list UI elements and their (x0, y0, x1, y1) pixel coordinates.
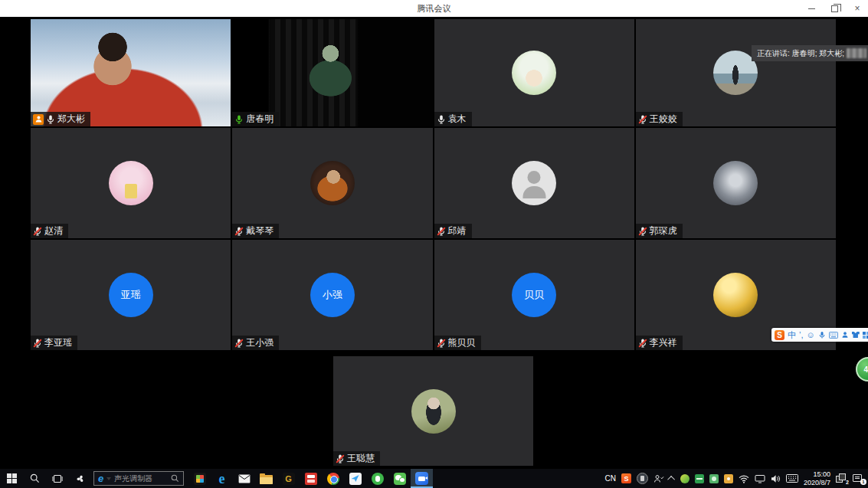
pinned-apps: e G (188, 469, 433, 488)
hidden-icons-chevron[interactable] (667, 476, 675, 483)
participant-nametag: 袁木 (434, 112, 472, 126)
volume-icon[interactable] (771, 474, 781, 483)
sogou-tray-icon[interactable]: S (621, 473, 631, 483)
mic-status-icon (33, 227, 42, 236)
mic-status-icon (437, 227, 446, 236)
floating-score-badge[interactable]: 48 (856, 357, 868, 382)
mic-status-icon (638, 227, 647, 236)
ie-icon: e (98, 473, 103, 483)
window-controls: × (805, 0, 863, 17)
participant-tile[interactable]: 唐春明 (232, 19, 432, 126)
language-indicator[interactable]: CN (605, 474, 616, 483)
speaking-toast: 正在讲话: 唐春明; 郑大彬; (752, 45, 868, 61)
mic-status-icon (46, 115, 55, 124)
participant-avatar (713, 161, 758, 205)
participant-avatar (31, 19, 231, 126)
participant-avatar (512, 51, 556, 95)
action-center-icon[interactable]: 1 (853, 473, 864, 483)
pinned-app-swirl-icon[interactable] (69, 469, 92, 488)
punctuation-toggle-icon[interactable]: ’, (799, 331, 804, 339)
censored-blur (847, 48, 866, 58)
participant-tile[interactable]: 郭琛虎 (636, 128, 836, 238)
taskbar-search-box[interactable]: e 声光调制器 (93, 471, 184, 486)
wifi-icon[interactable] (739, 474, 749, 483)
participant-tile[interactable]: 袁木 (434, 19, 634, 126)
tray-app-orange-icon[interactable] (724, 474, 733, 483)
host-badge-icon (33, 114, 44, 125)
soft-keyboard-icon[interactable] (829, 332, 838, 339)
emoji-icon[interactable]: ☺ (807, 331, 815, 339)
participant-tile[interactable]: 邱靖 (434, 128, 634, 238)
sogou-logo-icon[interactable]: S (775, 330, 784, 340)
task-view-button[interactable] (46, 469, 69, 488)
search-magnifier-icon (171, 474, 179, 483)
file-explorer-icon[interactable] (255, 469, 277, 488)
sogou-input-toolbar[interactable]: S 中 ’, ☺ (771, 328, 868, 342)
participant-tile[interactable]: 郑大彬 (31, 19, 231, 126)
mic-status-icon (638, 339, 647, 348)
participant-tile[interactable]: 王聪慧 (333, 356, 533, 466)
participant-tile[interactable]: 戴琴琴 (232, 128, 432, 238)
participant-tile[interactable]: 王姣姣 (636, 19, 836, 126)
close-button[interactable]: × (851, 2, 863, 15)
avatar-initials: 亚瑶 (121, 288, 141, 302)
search-button[interactable] (23, 469, 46, 488)
people-icon[interactable] (653, 474, 664, 483)
avatar-initials: 小强 (323, 288, 342, 302)
wechat-icon[interactable] (388, 469, 411, 488)
participant-name: 赵清 (44, 224, 63, 237)
toolbox-grid-icon[interactable] (863, 332, 868, 339)
g-app-icon[interactable]: G (277, 469, 300, 488)
participant-tile[interactable]: 小强 王小强 (232, 240, 432, 350)
edge-icon[interactable]: e (211, 469, 233, 488)
multi-window-tray-icon[interactable]: 2 (836, 473, 847, 483)
round-tray-app-icon[interactable] (637, 473, 648, 484)
tray-time: 15:00 (804, 470, 830, 479)
participant-avatar: 亚瑶 (109, 273, 153, 317)
restore-button[interactable] (828, 2, 840, 15)
tray-app-green-round-icon[interactable] (709, 474, 719, 483)
participant-tile[interactable]: 亚瑶 李亚瑶 (31, 240, 231, 350)
participant-tile[interactable]: 赵清 (31, 128, 231, 238)
profile-icon[interactable] (841, 331, 849, 339)
skin-shirt-icon[interactable] (852, 332, 860, 338)
blue-bird-app-icon[interactable] (344, 469, 366, 488)
minimize-button[interactable] (805, 2, 817, 15)
system-tray: CN S 15:00 202 (605, 470, 868, 487)
tencent-meeting-window: 腾讯会议 × 郑大彬 (0, 0, 868, 488)
search-query-text: 声光调制器 (114, 473, 152, 484)
participant-avatar (512, 161, 556, 205)
mic-status-icon (437, 339, 446, 348)
start-button[interactable] (0, 469, 23, 488)
tray-app-green-yellow-icon[interactable] (680, 474, 689, 483)
participant-name: 王姣姣 (650, 113, 677, 126)
participant-name: 郑大彬 (57, 113, 85, 126)
microsoft-store-icon[interactable] (188, 469, 211, 488)
participant-nametag: 戴琴琴 (232, 224, 279, 238)
participant-name: 李亚瑶 (44, 336, 72, 349)
tray-clock[interactable]: 15:00 2020/8/7 (804, 470, 830, 487)
mail-icon[interactable] (233, 469, 255, 488)
green-circle-app-icon[interactable] (366, 469, 388, 488)
participant-name: 王小强 (246, 336, 274, 349)
voice-input-icon[interactable] (818, 331, 826, 339)
participant-name: 唐春明 (246, 113, 274, 126)
participant-tile[interactable]: 贝贝 熊贝贝 (434, 240, 634, 350)
participant-avatar (411, 389, 456, 434)
participant-nametag: 郭琛虎 (636, 224, 683, 238)
participant-name: 李兴祥 (650, 336, 677, 349)
meeting-main-area: 郑大彬 唐春明 (0, 17, 868, 469)
mic-status-icon (234, 339, 244, 348)
participant-nametag: 郑大彬 (31, 112, 90, 126)
speaking-toast-text: 正在讲话: 唐春明; 郑大彬; (757, 48, 844, 59)
participant-nametag: 唐春明 (232, 112, 279, 126)
cast-icon[interactable] (755, 474, 765, 483)
touch-keyboard-icon[interactable] (786, 474, 798, 483)
participant-name: 王聪慧 (347, 452, 375, 465)
input-mode-chinese[interactable]: 中 (788, 331, 796, 339)
chrome-icon[interactable] (322, 469, 344, 488)
tencent-meeting-taskbar-icon[interactable] (411, 469, 433, 488)
mic-status-icon (234, 227, 244, 236)
red-chinese-app-icon[interactable] (300, 469, 322, 488)
tray-app-green-card-icon[interactable] (695, 474, 704, 483)
